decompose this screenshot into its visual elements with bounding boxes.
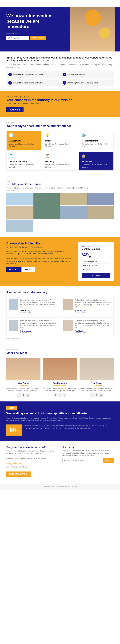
twitter-icon-2[interactable]: t bbox=[95, 393, 98, 397]
twitter-icon-1[interactable]: t bbox=[58, 393, 62, 397]
buy-now-button[interactable]: BUY NOW bbox=[82, 273, 110, 278]
mission-section: Add more speed to your website Your succ… bbox=[0, 91, 120, 117]
navbar: ≡ bbox=[0, 0, 120, 7]
service-card-1[interactable]: 💡 Finance Sample text. Click to select t… bbox=[43, 131, 77, 150]
pricing-body1: Lorem semper accumsan sed est iaculis bi… bbox=[6, 250, 74, 255]
facebook-icon-2[interactable]: f bbox=[90, 393, 94, 397]
facebook-icon-1[interactable]: f bbox=[54, 393, 57, 397]
testimonials-heading: Read what our customers say bbox=[6, 291, 114, 294]
hero-form: CONTACT US bbox=[6, 36, 54, 40]
team-image-label: Image from Freepik bbox=[6, 349, 114, 350]
hero-contact-button[interactable]: CONTACT US bbox=[30, 36, 46, 40]
contact-email: namecompany@example.com bbox=[6, 466, 58, 468]
gallery-item-3 bbox=[60, 193, 87, 206]
checklist-item-3: Harvard Business School Collection bbox=[6, 80, 59, 86]
about-bottom: 90+ Blandit libero volutpat sed cras orn… bbox=[6, 424, 114, 436]
about-right-text: Blandit libero volutpat sed cras ornare … bbox=[25, 424, 114, 430]
pricing-left: Choose Your Pricing Plan We Help You Mak… bbox=[6, 242, 74, 274]
plan-name: Monthly Package bbox=[82, 248, 110, 250]
testimonial-card-2: Proin sed libero enim sed faucibus turpi… bbox=[6, 317, 59, 336]
price-symbol: $ bbox=[82, 252, 83, 255]
gallery-item-7 bbox=[87, 206, 114, 219]
gallery-item-8 bbox=[6, 220, 33, 232]
monthly-tab[interactable]: MONTHLY bbox=[6, 267, 21, 272]
linkedin-icon-2[interactable]: in bbox=[99, 393, 103, 397]
risk-icon: ⚙️ bbox=[82, 133, 87, 138]
pricing-tabs: MONTHLY YEARLY bbox=[6, 267, 74, 272]
gallery-heading: Our Modern Office Space bbox=[6, 182, 114, 186]
audit-icon: 🌐 bbox=[9, 154, 14, 159]
testimonials-grid: Proin sed libero enim sed faucibus turpi… bbox=[6, 297, 114, 336]
linkedin-icon-0[interactable]: in bbox=[26, 393, 30, 397]
team-photo-0 bbox=[6, 358, 40, 380]
hero-circle-yellow bbox=[99, 28, 110, 39]
service-desc-3: Sample text. Click to select the Text El… bbox=[9, 164, 38, 168]
contact-address: New York, 4456 Parker Rd, Allentown, New… bbox=[6, 457, 58, 460]
checklist-item-2: Leading with Finance bbox=[61, 71, 114, 78]
testimonial-role-3: Sales Manager bbox=[75, 332, 111, 334]
team-name-2: Nina Scavo bbox=[80, 382, 114, 384]
testimonials-section: Read what our customers say Proin sed li… bbox=[0, 286, 120, 344]
signup-section: Sign me up! Actually, this is quite simp… bbox=[62, 446, 114, 479]
service-title-5: Experience bbox=[82, 160, 111, 163]
hero-image-label: Image from Freepik bbox=[6, 32, 54, 34]
pricing-body2: Lorem semper accumsan sed est iaculis bi… bbox=[6, 258, 74, 264]
price-cents: .99 bbox=[89, 256, 92, 258]
service-title-2: Risk Management bbox=[82, 140, 111, 142]
yearly-tab[interactable]: YEARLY bbox=[22, 267, 35, 272]
hamburger-icon[interactable]: ≡ bbox=[59, 2, 61, 5]
contact-info: New York, 4456 Parker Rd, Allentown, New… bbox=[6, 457, 58, 468]
price-value: 49 bbox=[83, 252, 89, 258]
check-icon-4 bbox=[63, 81, 66, 84]
read-more-button[interactable]: READ MORE bbox=[6, 107, 24, 112]
service-desc-5: Sample text. Click to select the Text El… bbox=[82, 164, 111, 168]
about-section: ABOUT We dwelling elegance do shutters a… bbox=[0, 402, 120, 441]
checklist-label-4: Managing Your Career Development bbox=[68, 82, 98, 84]
team-socials-2: f t in bbox=[80, 393, 114, 397]
gallery-item-5 bbox=[6, 206, 33, 219]
signup-heading: Sign me up! bbox=[62, 446, 114, 448]
services-section: What We Do We're ready to share our advi… bbox=[0, 117, 120, 176]
testimonial-avatar-3 bbox=[63, 320, 73, 331]
cta-left: Get your free consultation now! Small or… bbox=[6, 446, 58, 479]
gallery-description: Sample text. Click to create a new call-… bbox=[6, 187, 114, 189]
gallery-item-4 bbox=[87, 193, 114, 206]
counter-number: 90 bbox=[10, 427, 16, 434]
service-card-3[interactable]: 🌐 Audit & Accounting Sample text. Click … bbox=[6, 152, 41, 170]
facebook-icon-0[interactable]: f bbox=[17, 393, 21, 397]
signup-email-input[interactable] bbox=[62, 458, 102, 463]
service-desc-0: Sample text. Click to select the Text El… bbox=[9, 143, 38, 148]
gallery-grid bbox=[6, 193, 114, 232]
checklist-label-3: Harvard Business School Collection bbox=[13, 82, 44, 84]
twitter-icon-0[interactable]: t bbox=[22, 393, 25, 397]
marketing-icon: ⏳ bbox=[45, 154, 50, 159]
hero-circle-orange bbox=[85, 10, 101, 26]
team-name-1: Ann Richmond bbox=[43, 382, 77, 384]
services-pre-title: What We Do bbox=[6, 122, 114, 124]
team-card-2: Nina Scavo Creative leader Quis enim lob… bbox=[80, 358, 114, 397]
service-card-0[interactable]: 📊 Management Sample text. Click to selec… bbox=[6, 131, 41, 150]
team-heading: Meet The Team bbox=[6, 352, 114, 355]
service-desc-2: Sample text. Click to select the Text El… bbox=[82, 143, 111, 148]
hero-email-input[interactable] bbox=[6, 36, 29, 40]
tagline-body: Sample text. Click to select the Text El… bbox=[6, 63, 114, 68]
team-grid: Mary Brown Creative leader Quis enim lob… bbox=[6, 358, 114, 397]
testimonial-role-0: Creative leader bbox=[20, 311, 57, 313]
team-card-1: Ann Richmond Creative leader Quis enim l… bbox=[43, 358, 77, 397]
cta-button[interactable]: FREE CONSULTATION bbox=[6, 472, 31, 476]
service-card-5[interactable]: 🏠 Experience Sample text. Click to selec… bbox=[79, 152, 114, 170]
linkedin-icon-1[interactable]: in bbox=[63, 393, 66, 397]
team-section: Image from Freepik Meet The Team Mary Br… bbox=[0, 344, 120, 402]
pricing-card: Business Monthly Package $49.99 Risk Man… bbox=[78, 242, 114, 281]
service-card-2[interactable]: ⚙️ Risk Management Sample text. Click to… bbox=[79, 131, 114, 150]
check-icon-1 bbox=[8, 73, 12, 76]
team-photo-2 bbox=[80, 358, 114, 380]
testimonial-avatar-2 bbox=[9, 320, 18, 331]
mission-heading: Your success in the industry is our miss… bbox=[6, 98, 114, 102]
service-card-4[interactable]: ⏳ Marketing Sample text. Click to select… bbox=[43, 152, 77, 170]
feature-2: Marketing bbox=[82, 267, 110, 271]
pricing-heading: Choose Your Pricing Plan bbox=[6, 242, 74, 245]
about-body: Blandit libero volutpat sed cras ornare … bbox=[6, 417, 114, 422]
signup-submit-button[interactable]: SUBMIT bbox=[103, 458, 114, 463]
about-button[interactable]: ABOUT bbox=[6, 406, 17, 410]
